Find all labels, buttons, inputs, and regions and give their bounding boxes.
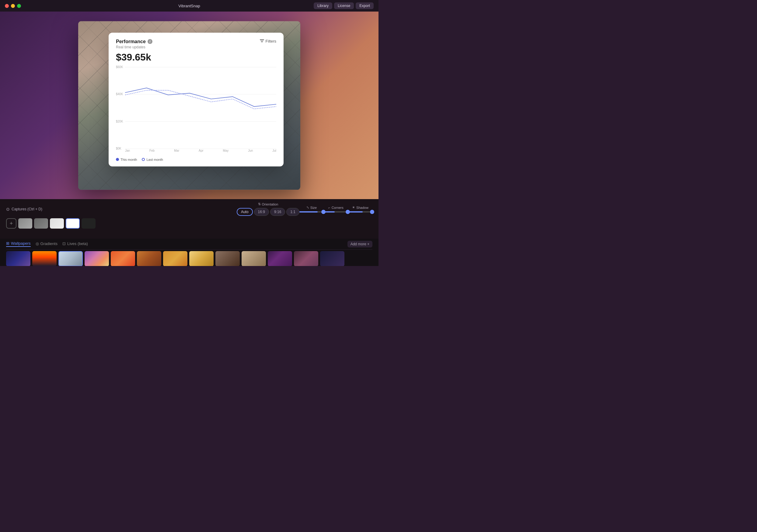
close-button[interactable] <box>5 4 9 8</box>
capture-thumb-3[interactable] <box>50 218 64 229</box>
capture-thumb-4-selected[interactable] <box>66 218 80 229</box>
ratio-916-button[interactable]: 9:16 <box>270 208 285 216</box>
capture-thumb-5[interactable] <box>81 218 96 229</box>
screenshot-preview: Performance i Real time updates Filters <box>78 21 300 190</box>
wallpaper-item-4[interactable] <box>85 251 109 266</box>
shadow-slider-fill <box>348 211 363 212</box>
toolbar-top: ⊙ Captures (Ctrl + D) ⇅ Orientation Auto… <box>6 202 373 216</box>
x-label-feb: Feb <box>149 149 155 152</box>
size-icon: ⤡ <box>306 206 309 210</box>
chart-svg <box>125 67 276 141</box>
size-control: ⤡ Size <box>299 206 324 212</box>
corners-slider <box>324 211 348 212</box>
x-axis: Jan Feb Mar Apr May Jun Jul <box>125 149 276 152</box>
wallpaper-item-8[interactable] <box>189 251 214 266</box>
wp-thumbnail-4 <box>85 251 109 266</box>
orientation-buttons: Auto 16:9 9:16 1:1 <box>237 208 299 216</box>
wallpaper-item-12[interactable] <box>294 251 318 266</box>
shadow-icon: ☀ <box>352 206 355 210</box>
info-icon[interactable]: i <box>148 39 152 44</box>
shadow-slider-thumb[interactable] <box>370 210 374 214</box>
wallpaper-item-11[interactable] <box>268 251 292 266</box>
wallpaper-item-6[interactable] <box>137 251 161 266</box>
wp-thumbnail-3 <box>59 252 82 266</box>
lives-icon: ⊡ <box>62 241 66 246</box>
gradients-icon: ◎ <box>36 241 39 246</box>
wallpaper-item-3-selected[interactable] <box>58 251 83 266</box>
thumb-inner-5 <box>81 218 96 229</box>
filter-line-3 <box>261 42 263 42</box>
corners-control: ⌐ Corners <box>324 206 348 212</box>
wallpaper-item-9[interactable] <box>215 251 240 266</box>
wallpapers-tab[interactable]: ⊞ Wallpapers <box>6 241 31 247</box>
wp-thumbnail-12 <box>294 251 318 266</box>
ratio-auto-button[interactable]: Auto <box>237 208 253 216</box>
orientation-control: ⇅ Orientation Auto 16:9 9:16 1:1 <box>237 202 299 216</box>
chart-area: $60K $40K $20K $0K <box>116 67 276 152</box>
shadow-control: ☀ Shadow <box>348 206 373 212</box>
minimize-button[interactable] <box>11 4 15 8</box>
card-title-section: Performance i Real time updates <box>116 39 152 49</box>
lives-tab[interactable]: ⊡ Lives (beta) <box>62 241 88 247</box>
wallpaper-item-5[interactable] <box>111 251 135 266</box>
add-capture-button[interactable]: + <box>6 218 16 229</box>
screenshot-background: Performance i Real time updates Filters <box>78 21 300 190</box>
main-content: Performance i Real time updates Filters <box>0 12 378 199</box>
thumb-inner-4 <box>66 219 79 228</box>
size-label: ⤡ Size <box>306 206 317 210</box>
library-button[interactable]: Library <box>314 2 332 9</box>
filters-button[interactable]: Filters <box>260 39 276 43</box>
chart-legend: This month Last month <box>116 155 276 161</box>
wp-thumbnail-8 <box>189 251 214 266</box>
capture-thumb-2[interactable] <box>34 218 48 229</box>
shadow-label: ☀ Shadow <box>352 206 369 210</box>
orientation-icon: ⇅ <box>258 202 261 206</box>
app-title: VibrantSnap <box>178 4 200 8</box>
maximize-button[interactable] <box>17 4 21 8</box>
thumb-inner-3 <box>50 218 64 229</box>
ratio-169-button[interactable]: 16:9 <box>254 208 269 216</box>
filter-line-2 <box>260 41 263 41</box>
ratio-11-button[interactable]: 1:1 <box>286 208 299 216</box>
corners-slider-track[interactable] <box>324 211 348 212</box>
x-label-apr: Apr <box>199 149 203 152</box>
wallpaper-item-10[interactable] <box>242 251 266 266</box>
legend-last-month: Last month <box>142 157 163 161</box>
wallpapers-tab-label: Wallpapers <box>11 241 31 246</box>
wallpaper-item-13[interactable] <box>320 251 345 266</box>
filter-line-1 <box>260 40 264 40</box>
wallpapers-section: ⊞ Wallpapers ◎ Gradients ⊡ Lives (beta) … <box>0 238 378 266</box>
legend-dot-last-month <box>142 158 145 161</box>
wallpapers-tabs: ⊞ Wallpapers ◎ Gradients ⊡ Lives (beta) … <box>6 238 373 250</box>
corners-icon: ⌐ <box>328 206 330 210</box>
export-button[interactable]: Export <box>356 2 374 9</box>
legend-this-month: This month <box>116 157 137 161</box>
toolbar: ⊙ Captures (Ctrl + D) ⇅ Orientation Auto… <box>0 199 378 238</box>
wp-thumbnail-7 <box>163 251 187 266</box>
card-header: Performance i Real time updates Filters <box>116 39 276 49</box>
captures-label-text: Captures (Ctrl + D) <box>12 207 42 211</box>
add-more-button[interactable]: Add more + <box>348 241 373 247</box>
size-slider-track[interactable] <box>299 211 324 212</box>
captures-section: ⊙ Captures (Ctrl + D) <box>6 207 42 211</box>
wp-thumbnail-10 <box>242 251 266 266</box>
grid-label-0k: $0K <box>116 147 121 150</box>
wallpapers-icon: ⊞ <box>6 241 10 246</box>
camera-icon: ⊙ <box>6 207 10 211</box>
wp-thumbnail-2 <box>32 251 57 266</box>
wallpaper-list <box>6 250 373 266</box>
license-button[interactable]: License <box>334 2 354 9</box>
wallpaper-item-7[interactable] <box>163 251 187 266</box>
lives-tab-label: Lives (beta) <box>67 241 88 246</box>
wallpaper-item-1[interactable] <box>6 251 30 266</box>
x-label-may: May <box>223 149 228 152</box>
gradients-tab[interactable]: ◎ Gradients <box>36 241 57 247</box>
gradients-tab-label: Gradients <box>41 241 57 246</box>
shadow-slider-track[interactable] <box>348 211 373 212</box>
wallpaper-item-2[interactable] <box>32 251 57 266</box>
capture-thumb-1[interactable] <box>18 218 32 229</box>
legend-this-month-label: This month <box>120 157 137 161</box>
x-label-mar: Mar <box>174 149 179 152</box>
wallpaper-tabs-left: ⊞ Wallpapers ◎ Gradients ⊡ Lives (beta) <box>6 241 88 247</box>
wp-thumbnail-11 <box>268 251 292 266</box>
